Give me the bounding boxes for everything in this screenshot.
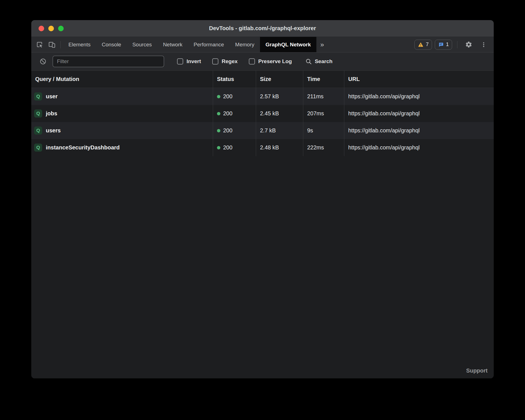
query-cell: Q user [31, 88, 213, 105]
table-header: Query / MutationStatusSizeTimeURL [31, 71, 494, 88]
tab-performance[interactable]: Performance [188, 37, 230, 52]
checkbox-label: Regex [222, 58, 238, 65]
clear-log-button[interactable] [37, 56, 49, 67]
table-row[interactable]: Q user 200 2.57 kB 211ms https://gitlab.… [31, 88, 494, 105]
status-cell: 200 [213, 105, 256, 122]
filter-input[interactable] [52, 56, 164, 67]
query-cell: Q jobs [31, 105, 213, 122]
url-cell: https://gitlab.com/api/graphql [344, 105, 494, 122]
query-name: instanceSecurityDashboard [46, 144, 120, 151]
close-button[interactable] [39, 26, 44, 31]
filter-toolbar: Invert Regex Preserve Log Search [31, 52, 494, 71]
table-row[interactable]: Q instanceSecurityDashboard 200 2.48 kB … [31, 139, 494, 156]
checkbox-box[interactable] [249, 58, 255, 65]
toolbar-divider [457, 41, 457, 48]
tab-network[interactable]: Network [157, 37, 188, 52]
titlebar: DevTools - gitlab.com/-/graphql-explorer [31, 20, 494, 37]
tab-graphql-network[interactable]: GraphQL Network [260, 37, 316, 52]
query-name: user [46, 93, 58, 100]
size-cell: 2.45 kB [256, 105, 303, 122]
time-cell: 211ms [303, 88, 344, 105]
table-row[interactable]: Q users 200 2.7 kB 9s https://gitlab.com… [31, 122, 494, 139]
size-cell: 2.57 kB [256, 88, 303, 105]
column-header-url[interactable]: URL [344, 71, 494, 88]
query-type-badge: Q [34, 144, 42, 152]
device-toolbar-button[interactable] [46, 37, 58, 52]
query-type-badge: Q [34, 127, 42, 135]
toolbar-right-group: 7 1 [414, 37, 494, 52]
filter-checkboxes: Invert Regex Preserve Log [177, 58, 292, 65]
devtools-toolbar: ElementsConsoleSourcesNetworkPerformance… [31, 37, 494, 52]
status-cell: 200 [213, 139, 256, 156]
checkbox-regex[interactable]: Regex [212, 58, 238, 65]
checkbox-box[interactable] [212, 58, 218, 65]
settings-button[interactable] [462, 37, 475, 52]
search-button[interactable]: Search [305, 58, 332, 65]
device-toolbar-icon [48, 41, 56, 48]
more-tabs-button[interactable]: » [316, 37, 328, 52]
column-header-size[interactable]: Size [256, 71, 303, 88]
panel-tabs: ElementsConsoleSourcesNetworkPerformance… [63, 37, 316, 52]
gear-icon [465, 41, 472, 48]
column-header-time[interactable]: Time [303, 71, 344, 88]
query-name: users [46, 127, 61, 134]
search-label: Search [315, 58, 332, 65]
status-ok-dot [217, 129, 220, 132]
checkbox-invert[interactable]: Invert [177, 58, 201, 65]
messages-badge[interactable]: 1 [435, 40, 452, 50]
requests-table: Query / MutationStatusSizeTimeURL Q user… [31, 71, 494, 378]
table-row[interactable]: Q jobs 200 2.45 kB 207ms https://gitlab.… [31, 105, 494, 122]
time-cell: 222ms [303, 139, 344, 156]
status-cell: 200 [213, 88, 256, 105]
ban-circle-icon [39, 58, 47, 65]
column-header-status[interactable]: Status [213, 71, 256, 88]
tab-console[interactable]: Console [96, 37, 127, 52]
tab-memory[interactable]: Memory [230, 37, 260, 52]
menu-button[interactable] [478, 37, 490, 52]
size-cell: 2.48 kB [256, 139, 303, 156]
status-code: 200 [223, 110, 232, 117]
warnings-badge[interactable]: 7 [414, 40, 432, 50]
message-bubble-icon [438, 42, 444, 47]
devtools-window: DevTools - gitlab.com/-/graphql-explorer… [31, 20, 494, 378]
traffic-lights [39, 26, 64, 31]
status-code: 200 [223, 93, 232, 100]
query-type-badge: Q [34, 109, 42, 118]
url-cell: https://gitlab.com/api/graphql [344, 88, 494, 105]
query-cell: Q users [31, 122, 213, 139]
status-ok-dot [217, 146, 220, 149]
column-header-query-mutation[interactable]: Query / Mutation [31, 71, 213, 88]
size-cell: 2.7 kB [256, 122, 303, 139]
inspect-element-button[interactable] [34, 37, 46, 52]
toolbar-divider [60, 41, 61, 48]
table-rows: Q user 200 2.57 kB 211ms https://gitlab.… [31, 88, 494, 156]
warning-icon [418, 42, 424, 47]
inspect-cursor-icon [36, 41, 43, 48]
url-cell: https://gitlab.com/api/graphql [344, 139, 494, 156]
warning-count: 7 [426, 42, 429, 47]
query-cell: Q instanceSecurityDashboard [31, 139, 213, 156]
tab-sources[interactable]: Sources [127, 37, 157, 52]
search-icon [305, 58, 312, 65]
checkbox-label: Invert [187, 58, 201, 65]
url-cell: https://gitlab.com/api/graphql [344, 122, 494, 139]
message-count: 1 [446, 42, 449, 47]
status-code: 200 [223, 127, 232, 134]
time-cell: 207ms [303, 105, 344, 122]
time-cell: 9s [303, 122, 344, 139]
status-ok-dot [217, 95, 220, 98]
tab-elements[interactable]: Elements [63, 37, 96, 52]
status-ok-dot [217, 112, 220, 115]
minimize-button[interactable] [48, 26, 54, 31]
query-name: jobs [46, 110, 57, 117]
support-link[interactable]: Support [466, 367, 488, 374]
window-title: DevTools - gitlab.com/-/graphql-explorer [209, 25, 316, 32]
checkbox-label: Preserve Log [258, 58, 292, 65]
zoom-button[interactable] [58, 26, 64, 31]
kebab-menu-icon [481, 42, 487, 48]
checkbox-preserve-log[interactable]: Preserve Log [249, 58, 292, 65]
status-code: 200 [223, 144, 232, 151]
status-cell: 200 [213, 122, 256, 139]
query-type-badge: Q [34, 92, 42, 101]
checkbox-box[interactable] [177, 58, 183, 65]
